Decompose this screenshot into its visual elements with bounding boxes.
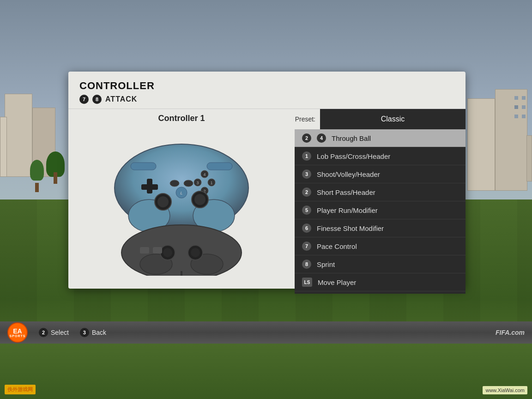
svg-rect-30 [140, 247, 149, 254]
menu-item-lob-pass[interactable]: 1 Lob Pass/Cross/Header [295, 147, 466, 165]
dropdown-area: Preset: Classic 2 4 Through Ball 1 Lob P… [295, 109, 466, 294]
panel-title: CONTROLLER [79, 80, 454, 92]
svg-text:L: L [180, 191, 182, 195]
svg-point-14 [184, 180, 193, 187]
svg-rect-31 [153, 247, 162, 254]
bottom-bar: EA SPORTS 2 Select 3 Back FIFA.com [0, 321, 532, 344]
panel-subtitle: 7 8 ATTACK [79, 95, 454, 104]
svg-point-20 [194, 194, 206, 205]
svg-point-29 [191, 248, 200, 257]
select-badge: 2 [39, 328, 48, 337]
tree-left2 [28, 160, 46, 192]
badge-6: 6 [302, 224, 311, 233]
menu-item-move-player[interactable]: LS Move Player [295, 273, 466, 291]
panel-header: CONTROLLER 7 8 ATTACK [68, 72, 466, 109]
controller-image: 4 1 2 3 L [103, 128, 260, 276]
watermark-right: www.XiaWai.com [483, 386, 527, 394]
lob-pass-text: Lob Pass/Cross/Header [317, 152, 390, 160]
svg-text:4: 4 [203, 172, 206, 177]
badge-5: 5 [302, 206, 311, 215]
move-player-text: Move Player [318, 278, 356, 286]
svg-point-18 [157, 196, 169, 207]
shoot-text: Shoot/Volley/Header [317, 170, 380, 178]
badge-ls: LS [302, 278, 312, 287]
btn-badge-8: 8 [92, 95, 102, 104]
preset-value[interactable]: Classic [320, 109, 466, 129]
badge-8: 8 [302, 260, 311, 269]
svg-point-13 [170, 180, 179, 187]
svg-point-27 [163, 248, 172, 257]
controller-label: Controller 1 [158, 114, 205, 123]
svg-text:3: 3 [196, 181, 199, 185]
badge-2: 2 [302, 133, 311, 143]
menu-item-short-pass[interactable]: 2 Short Pass/Header [295, 183, 466, 201]
badge-3: 3 [302, 169, 311, 179]
panel-body: Controller 1 [68, 109, 466, 294]
menu-item-pace[interactable]: 7 Pace Control [295, 237, 466, 255]
sprint-text: Sprint [317, 260, 335, 268]
dropdown-menu: 2 4 Through Ball 1 Lob Pass/Cross/Header… [295, 129, 466, 294]
ea-logo: EA SPORTS [7, 322, 28, 343]
svg-rect-21 [131, 163, 156, 170]
pace-text: Pace Control [317, 242, 357, 250]
select-label: Select [51, 329, 69, 336]
fifa-logo: FIFA.com [496, 329, 532, 336]
action-back: 3 Back [80, 328, 106, 337]
badge-1: 1 [302, 151, 311, 161]
btn-badge-7: 7 [79, 95, 89, 104]
watermark-left: 佚外游戏网 [5, 385, 36, 394]
svg-point-23 [121, 225, 242, 276]
controller-dialog: CONTROLLER 7 8 ATTACK Controller 1 [68, 72, 466, 289]
tree-left [46, 151, 65, 184]
menu-item-finesse[interactable]: 6 Finesse Shot Modifier [295, 219, 466, 237]
badge-7: 7 [302, 242, 311, 251]
svg-text:1: 1 [210, 181, 212, 185]
menu-item-shoot[interactable]: 3 Shoot/Volley/Header [295, 165, 466, 183]
action-select: 2 Select [39, 328, 69, 337]
back-label: Back [92, 329, 106, 336]
menu-item-sprint[interactable]: 8 Sprint [295, 255, 466, 273]
svg-rect-4 [141, 184, 158, 190]
controller-area: Controller 1 [68, 109, 295, 294]
svg-rect-22 [207, 163, 232, 170]
player-run-text: Player Run/Modifier [317, 206, 378, 214]
menu-item-tactics[interactable]: Tactics & Mentality [295, 291, 466, 294]
through-ball-text: Through Ball [332, 134, 371, 142]
badge-2b: 2 [302, 187, 311, 197]
menu-item-player-run[interactable]: 5 Player Run/Modifier [295, 201, 466, 219]
subtitle-mode: ATTACK [105, 95, 137, 103]
finesse-text: Finesse Shot Modifier [317, 224, 384, 232]
menu-item-through-ball[interactable]: 2 4 Through Ball [295, 129, 466, 147]
back-badge: 3 [80, 328, 89, 337]
fifa-text: FIFA.com [496, 329, 525, 336]
preset-label: Preset: [295, 115, 320, 123]
badge-4: 4 [317, 133, 326, 143]
short-pass-text: Short Pass/Header [317, 188, 375, 196]
bottom-grass [0, 344, 532, 399]
preset-bar: Preset: Classic [295, 109, 466, 129]
